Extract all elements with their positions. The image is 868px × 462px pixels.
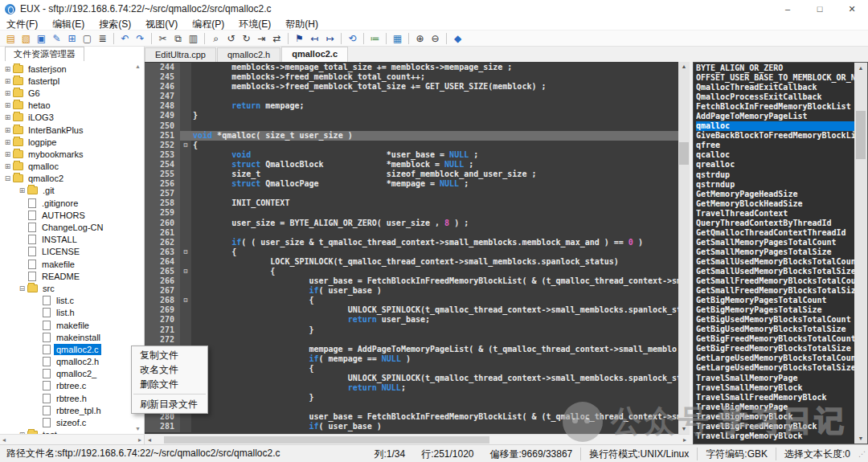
tree-item[interactable]: makefile: [0, 319, 132, 331]
fold-collapse-icon[interactable]: ⊟: [180, 296, 191, 305]
code-line[interactable]: 268⊟ {: [145, 296, 678, 305]
expand-icon[interactable]: ⊞: [3, 89, 12, 97]
tree-item[interactable]: ChangeLog-CN: [0, 221, 132, 233]
redo-icon[interactable]: ↷: [133, 31, 148, 46]
function-list-item[interactable]: qstrndup: [696, 180, 854, 190]
tree-item[interactable]: qmalloc2.c: [0, 343, 132, 355]
function-list-item[interactable]: QmallocThreadExitCallback: [696, 83, 854, 92]
tree-item[interactable]: ⊞fastertpl: [0, 75, 132, 87]
file-list-icon[interactable]: ≣: [95, 31, 110, 46]
scroll-left-icon[interactable]: ◂: [2, 436, 6, 444]
maximize-button[interactable]: □: [804, 0, 836, 18]
expand-icon[interactable]: ⊞: [3, 113, 12, 121]
function-list-item[interactable]: GetSmallUsedMemoryBlocksTotalSize: [696, 267, 854, 276]
minimize-button[interactable]: –: [772, 0, 804, 18]
menu-item[interactable]: 视图(V): [145, 18, 178, 31]
tree-item[interactable]: rbtree_tpl.h: [0, 404, 132, 416]
function-list-item[interactable]: qrealloc: [696, 160, 854, 170]
code-line[interactable]: 273 mempage = AddPageToMemoryPageList( &…: [145, 345, 678, 354]
tree-item[interactable]: ⊞iLOG3: [0, 112, 132, 124]
function-list-item[interactable]: GetSmallFreedMemoryBlocksTotalSiz: [696, 286, 854, 296]
function-list-item[interactable]: qstrdup: [696, 170, 854, 180]
function-list-item[interactable]: QueryThreadContextByThreadId: [696, 219, 854, 228]
code-line[interactable]: 256 struct QmallocPage *mempage = NULL ;: [145, 179, 678, 189]
resize-grip[interactable]: ⋰: [858, 450, 868, 458]
code-line[interactable]: 255 size_t sizeof_memblock_and_user_size…: [145, 170, 678, 179]
code-line[interactable]: 245 memblocks->freed_memblock_total_coun…: [145, 72, 678, 82]
function-list-item[interactable]: GetLargeUsedMemoryBlocksTotalSize: [696, 363, 854, 373]
function-list-item[interactable]: TravelBigMemoryBlock: [696, 412, 854, 422]
sidebar-horizontal-scrollbar[interactable]: ◂ ▸: [0, 434, 144, 444]
tree-item[interactable]: makefile: [0, 258, 132, 270]
menu-item[interactable]: 搜索(S): [99, 18, 131, 31]
code-line[interactable]: 258 INIT_CONTEXT: [145, 198, 678, 208]
code-line[interactable]: 279: [145, 403, 678, 412]
code-line[interactable]: 270 return user_base;: [145, 315, 678, 325]
save-all-icon[interactable]: ⊞: [64, 31, 80, 46]
code-line[interactable]: 274 if( mempage == NULL ): [145, 354, 678, 364]
code-line[interactable]: 252⊟{: [145, 141, 678, 150]
context-menu-item[interactable]: 删除文件: [132, 377, 207, 391]
macro-list-icon[interactable]: ≔: [367, 31, 383, 46]
menu-item[interactable]: 帮助(H): [285, 18, 318, 31]
cut-icon[interactable]: ✂: [155, 31, 170, 46]
scrollbar-thumb[interactable]: [856, 111, 866, 159]
scroll-up-icon[interactable]: ▲: [133, 61, 143, 72]
function-list-item[interactable]: GetBigFreedMemoryBlocksTotalSize: [696, 344, 854, 354]
code-editor[interactable]: 244 memblocks->mempage_total_size += mem…: [145, 62, 690, 444]
code-line[interactable]: 260 user_size = BYTE_ALIGN_OR_ZERO( user…: [145, 219, 678, 228]
tree-item[interactable]: list.c: [0, 295, 132, 307]
context-menu-item[interactable]: 改名文件: [132, 362, 207, 377]
close-button[interactable]: ✕: [836, 0, 868, 18]
chart-icon[interactable]: ▦: [390, 31, 405, 46]
function-list-item[interactable]: GetQmallocThreadContextThreadId: [696, 228, 854, 238]
close-file-icon[interactable]: ▢: [80, 31, 95, 46]
tree-item[interactable]: ⊞InterBankPlus: [0, 124, 132, 136]
function-list-item[interactable]: GetBigMemoryPagesTotalCount: [696, 296, 854, 305]
tree-item[interactable]: ⊞G6: [0, 87, 132, 99]
scrollbar-thumb[interactable]: [679, 142, 689, 165]
tree-item[interactable]: makeinstall: [0, 331, 132, 343]
code-line[interactable]: 265⊟ {: [145, 267, 678, 276]
find-icon[interactable]: ⌕: [208, 31, 223, 46]
code-line[interactable]: 253 void *user_base = NULL ;: [145, 150, 678, 160]
open-file-icon[interactable]: ▧: [18, 31, 34, 46]
code-line[interactable]: 254 struct QmallocBlock *memblock = NULL…: [145, 160, 678, 170]
code-line[interactable]: 251void *qmalloc( size_t user_size ): [145, 131, 678, 141]
undo-icon[interactable]: ↶: [117, 31, 133, 46]
tree-item[interactable]: qmalloc2.h: [0, 356, 132, 368]
tree-item[interactable]: ⊞logpipe: [0, 136, 132, 148]
function-list-item[interactable]: GetSmallUsedMemoryBlocksTotalCoun: [696, 257, 854, 267]
code-line[interactable]: 275 {: [145, 364, 678, 374]
tree-item[interactable]: ⊞hetao: [0, 100, 132, 112]
function-list-item[interactable]: qmalloc: [696, 121, 854, 131]
expand-icon[interactable]: ⊞: [3, 138, 12, 146]
code-line[interactable]: 266 user_base = FetchBlockInFreedMemoryB…: [145, 276, 678, 286]
replace-icon[interactable]: ⇄: [269, 31, 285, 46]
code-line[interactable]: 278 }: [145, 393, 678, 403]
code-line[interactable]: 250: [145, 121, 678, 131]
code-line[interactable]: 244 memblocks->mempage_total_size += mem…: [145, 63, 678, 72]
code-line[interactable]: 272: [145, 335, 678, 345]
menu-item[interactable]: 编程(P): [192, 18, 224, 31]
menu-item[interactable]: 文件(F): [6, 18, 38, 31]
editor-horizontal-scrollbar[interactable]: ◂ ▸: [145, 434, 690, 444]
function-list-item[interactable]: FetchBlockInFreedMemoryBlockList: [696, 102, 854, 112]
collapse-icon[interactable]: ⊟: [18, 284, 27, 292]
context-menu-item[interactable]: 复制文件: [132, 348, 207, 362]
function-list-item[interactable]: GetMemoryPageHeadSize: [696, 190, 854, 199]
goto-icon[interactable]: ⇥: [254, 31, 269, 46]
prev-bookmark-icon[interactable]: ↤: [307, 31, 322, 46]
tree-item[interactable]: INSTALL: [0, 234, 132, 246]
code-line[interactable]: 280 user_base = FetchBlockInFreedMemoryB…: [145, 412, 678, 422]
zoom-in-icon[interactable]: ⊕: [412, 31, 428, 46]
code-line[interactable]: 246 memblocks->freed_memblock_total_size…: [145, 82, 678, 92]
expand-icon[interactable]: ⊞: [3, 101, 12, 109]
tree-item[interactable]: AUTHORS: [0, 209, 132, 221]
function-list-item[interactable]: GetSmallMemoryPagesTotalCount: [696, 238, 854, 247]
function-list-item[interactable]: TravelLargeMemoryBlock: [696, 431, 854, 441]
tab-EditUltra.cpp[interactable]: EditUltra.cpp: [145, 47, 216, 62]
scroll-down-icon[interactable]: ▼: [854, 433, 867, 444]
paste-icon[interactable]: ▥: [186, 31, 201, 46]
function-list-item[interactable]: TravelBigMemoryPage: [696, 403, 854, 412]
